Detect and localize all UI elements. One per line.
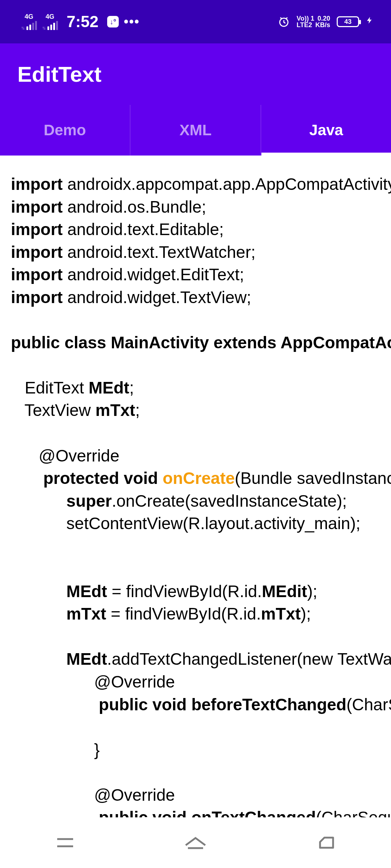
tab-label: Java: [309, 122, 343, 139]
net-top-left: Vo)) 1: [297, 15, 314, 22]
signal-2: 4G ↑↓: [42, 13, 58, 30]
status-bar: 4G ↑↓ 4G ↑↓: [0, 0, 391, 43]
alarm-icon: [278, 16, 290, 28]
tab-demo[interactable]: Demo: [0, 105, 131, 156]
download-chip-icon: ↓°: [107, 16, 119, 27]
battery-icon: 43: [337, 16, 359, 27]
code-content[interactable]: import androidx.appcompat.app.AppCompatA…: [0, 156, 391, 817]
back-button[interactable]: [311, 832, 340, 854]
net-bot-left: LTE2: [297, 22, 312, 28]
app-bar: EditText: [0, 43, 391, 105]
home-button[interactable]: [181, 832, 210, 854]
signal-2-label: 4G: [46, 13, 54, 20]
arrows-icon: ↑↓: [21, 25, 24, 30]
recent-apps-button[interactable]: [51, 832, 80, 854]
system-nav-bar: [0, 817, 391, 868]
battery-pct: 43: [344, 18, 352, 26]
net-top-right: 0.20: [318, 15, 330, 22]
page-title: EditText: [17, 62, 101, 87]
status-right: Vo)) 1 0.20 LTE2 KB/s 43: [278, 14, 374, 29]
status-left: 4G ↑↓ 4G ↑↓: [21, 13, 140, 31]
tab-label: XML: [180, 122, 212, 139]
signal-1-label: 4G: [25, 13, 33, 20]
net-bot-right: KB/s: [315, 22, 330, 28]
signal-1: 4G ↑↓: [21, 13, 37, 30]
signal-bars-icon: [47, 21, 58, 30]
status-clock: 7:52: [67, 13, 98, 31]
tab-label: Demo: [44, 122, 86, 139]
more-icon: •••: [124, 14, 140, 29]
arrows-icon: ↑↓: [42, 25, 45, 30]
charging-icon: [366, 14, 374, 29]
tab-java[interactable]: Java: [261, 105, 391, 156]
code-block: import androidx.appcompat.app.AppCompatA…: [11, 173, 391, 817]
tab-bar: Demo XML Java: [0, 105, 391, 156]
tab-xml[interactable]: XML: [131, 105, 261, 156]
signal-bars-icon: [26, 21, 37, 30]
network-stats: Vo)) 1 0.20 LTE2 KB/s: [297, 15, 330, 28]
